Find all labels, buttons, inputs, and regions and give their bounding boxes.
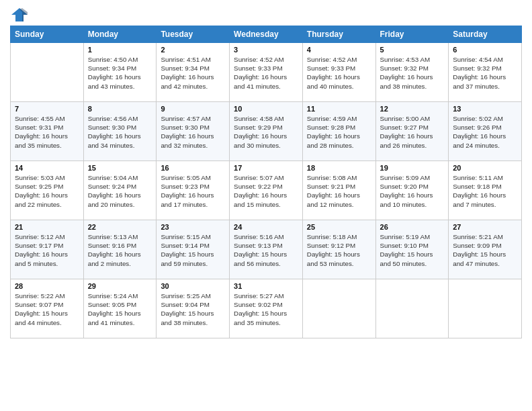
day-info: Sunrise: 5:11 AM Sunset: 9:18 PM Dayligh… bbox=[453, 173, 517, 209]
calendar-cell: 16Sunrise: 5:05 AM Sunset: 9:23 PM Dayli… bbox=[157, 161, 230, 220]
day-number: 8 bbox=[88, 105, 152, 113]
day-info: Sunrise: 5:15 AM Sunset: 9:14 PM Dayligh… bbox=[161, 232, 225, 268]
calendar-cell: 19Sunrise: 5:09 AM Sunset: 9:20 PM Dayli… bbox=[375, 161, 449, 220]
day-info: Sunrise: 5:00 AM Sunset: 9:27 PM Dayligh… bbox=[380, 114, 445, 150]
day-number: 10 bbox=[234, 105, 298, 113]
calendar-cell: 20Sunrise: 5:11 AM Sunset: 9:18 PM Dayli… bbox=[449, 161, 522, 220]
day-number: 11 bbox=[307, 105, 371, 113]
calendar-cell: 10Sunrise: 4:58 AM Sunset: 9:29 PM Dayli… bbox=[230, 102, 303, 161]
day-info: Sunrise: 5:02 AM Sunset: 9:26 PM Dayligh… bbox=[453, 114, 517, 150]
day-info: Sunrise: 4:52 AM Sunset: 9:33 PM Dayligh… bbox=[307, 55, 371, 91]
day-number: 22 bbox=[88, 223, 152, 231]
calendar-week-4: 21Sunrise: 5:12 AM Sunset: 9:17 PM Dayli… bbox=[11, 220, 522, 279]
day-number: 29 bbox=[88, 282, 152, 290]
calendar-cell: 17Sunrise: 5:07 AM Sunset: 9:22 PM Dayli… bbox=[230, 161, 303, 220]
calendar-cell bbox=[449, 279, 522, 338]
day-info: Sunrise: 4:54 AM Sunset: 9:32 PM Dayligh… bbox=[453, 55, 517, 91]
column-header-friday: Friday bbox=[375, 26, 449, 43]
day-info: Sunrise: 4:50 AM Sunset: 9:34 PM Dayligh… bbox=[88, 55, 152, 91]
day-number: 2 bbox=[161, 46, 225, 54]
calendar-cell: 22Sunrise: 5:13 AM Sunset: 9:16 PM Dayli… bbox=[83, 220, 157, 279]
calendar-cell: 8Sunrise: 4:56 AM Sunset: 9:30 PM Daylig… bbox=[83, 102, 157, 161]
day-info: Sunrise: 5:21 AM Sunset: 9:09 PM Dayligh… bbox=[453, 232, 517, 268]
day-info: Sunrise: 4:59 AM Sunset: 9:28 PM Dayligh… bbox=[307, 114, 371, 150]
column-header-saturday: Saturday bbox=[449, 26, 522, 43]
day-number: 25 bbox=[307, 223, 371, 231]
calendar-header-row: SundayMondayTuesdayWednesdayThursdayFrid… bbox=[11, 26, 522, 43]
column-header-sunday: Sunday bbox=[11, 26, 84, 43]
day-number: 20 bbox=[453, 164, 517, 172]
page-container: SundayMondayTuesdayWednesdayThursdayFrid… bbox=[0, 0, 532, 345]
day-number: 13 bbox=[453, 105, 517, 113]
day-info: Sunrise: 5:18 AM Sunset: 9:12 PM Dayligh… bbox=[307, 232, 371, 268]
day-number: 17 bbox=[234, 164, 298, 172]
day-info: Sunrise: 5:08 AM Sunset: 9:21 PM Dayligh… bbox=[307, 173, 371, 209]
day-info: Sunrise: 5:12 AM Sunset: 9:17 PM Dayligh… bbox=[15, 232, 79, 268]
day-info: Sunrise: 5:13 AM Sunset: 9:16 PM Dayligh… bbox=[88, 232, 152, 268]
day-number: 18 bbox=[307, 164, 371, 172]
day-number: 30 bbox=[161, 282, 225, 290]
calendar-cell: 21Sunrise: 5:12 AM Sunset: 9:17 PM Dayli… bbox=[11, 220, 84, 279]
day-info: Sunrise: 4:56 AM Sunset: 9:30 PM Dayligh… bbox=[88, 114, 152, 150]
day-number: 24 bbox=[234, 223, 298, 231]
column-header-thursday: Thursday bbox=[302, 26, 375, 43]
calendar-week-1: 1Sunrise: 4:50 AM Sunset: 9:34 PM Daylig… bbox=[11, 43, 522, 102]
day-info: Sunrise: 4:58 AM Sunset: 9:29 PM Dayligh… bbox=[234, 114, 298, 150]
day-info: Sunrise: 5:25 AM Sunset: 9:04 PM Dayligh… bbox=[161, 291, 225, 327]
calendar-cell bbox=[302, 279, 375, 338]
day-number: 27 bbox=[453, 223, 517, 231]
calendar-cell: 2Sunrise: 4:51 AM Sunset: 9:34 PM Daylig… bbox=[157, 43, 230, 102]
day-number: 31 bbox=[234, 282, 298, 290]
day-info: Sunrise: 4:52 AM Sunset: 9:33 PM Dayligh… bbox=[234, 55, 298, 91]
day-number: 23 bbox=[161, 223, 225, 231]
calendar-cell: 30Sunrise: 5:25 AM Sunset: 9:04 PM Dayli… bbox=[157, 279, 230, 338]
calendar-cell: 5Sunrise: 4:53 AM Sunset: 9:32 PM Daylig… bbox=[375, 43, 449, 102]
calendar-cell: 13Sunrise: 5:02 AM Sunset: 9:26 PM Dayli… bbox=[449, 102, 522, 161]
calendar: SundayMondayTuesdayWednesdayThursdayFrid… bbox=[10, 26, 522, 338]
day-info: Sunrise: 5:19 AM Sunset: 9:10 PM Dayligh… bbox=[380, 232, 445, 268]
day-info: Sunrise: 5:22 AM Sunset: 9:07 PM Dayligh… bbox=[15, 291, 79, 327]
calendar-cell: 27Sunrise: 5:21 AM Sunset: 9:09 PM Dayli… bbox=[449, 220, 522, 279]
calendar-cell bbox=[375, 279, 449, 338]
column-header-wednesday: Wednesday bbox=[230, 26, 303, 43]
calendar-cell bbox=[11, 43, 84, 102]
calendar-cell: 26Sunrise: 5:19 AM Sunset: 9:10 PM Dayli… bbox=[375, 220, 449, 279]
calendar-week-2: 7Sunrise: 4:55 AM Sunset: 9:31 PM Daylig… bbox=[11, 102, 522, 161]
day-number: 9 bbox=[161, 105, 225, 113]
day-number: 1 bbox=[88, 46, 152, 54]
calendar-cell: 14Sunrise: 5:03 AM Sunset: 9:25 PM Dayli… bbox=[11, 161, 84, 220]
calendar-cell: 25Sunrise: 5:18 AM Sunset: 9:12 PM Dayli… bbox=[302, 220, 375, 279]
column-header-monday: Monday bbox=[83, 26, 157, 43]
calendar-cell: 28Sunrise: 5:22 AM Sunset: 9:07 PM Dayli… bbox=[11, 279, 84, 338]
day-info: Sunrise: 5:09 AM Sunset: 9:20 PM Dayligh… bbox=[380, 173, 445, 209]
calendar-week-3: 14Sunrise: 5:03 AM Sunset: 9:25 PM Dayli… bbox=[11, 161, 522, 220]
header bbox=[10, 7, 522, 23]
day-number: 21 bbox=[15, 223, 79, 231]
day-info: Sunrise: 5:04 AM Sunset: 9:24 PM Dayligh… bbox=[88, 173, 152, 209]
column-header-tuesday: Tuesday bbox=[157, 26, 230, 43]
day-info: Sunrise: 5:03 AM Sunset: 9:25 PM Dayligh… bbox=[15, 173, 79, 209]
calendar-cell: 29Sunrise: 5:24 AM Sunset: 9:05 PM Dayli… bbox=[83, 279, 157, 338]
day-number: 4 bbox=[307, 46, 371, 54]
day-info: Sunrise: 5:07 AM Sunset: 9:22 PM Dayligh… bbox=[234, 173, 298, 209]
day-number: 7 bbox=[15, 105, 79, 113]
calendar-cell: 18Sunrise: 5:08 AM Sunset: 9:21 PM Dayli… bbox=[302, 161, 375, 220]
calendar-cell: 3Sunrise: 4:52 AM Sunset: 9:33 PM Daylig… bbox=[230, 43, 303, 102]
day-number: 5 bbox=[380, 46, 445, 54]
day-number: 6 bbox=[453, 46, 517, 54]
calendar-cell: 1Sunrise: 4:50 AM Sunset: 9:34 PM Daylig… bbox=[83, 43, 157, 102]
calendar-cell: 7Sunrise: 4:55 AM Sunset: 9:31 PM Daylig… bbox=[11, 102, 84, 161]
day-info: Sunrise: 4:53 AM Sunset: 9:32 PM Dayligh… bbox=[380, 55, 445, 91]
calendar-cell: 23Sunrise: 5:15 AM Sunset: 9:14 PM Dayli… bbox=[157, 220, 230, 279]
day-number: 14 bbox=[15, 164, 79, 172]
calendar-cell: 9Sunrise: 4:57 AM Sunset: 9:30 PM Daylig… bbox=[157, 102, 230, 161]
day-number: 15 bbox=[88, 164, 152, 172]
day-number: 16 bbox=[161, 164, 225, 172]
calendar-cell: 31Sunrise: 5:27 AM Sunset: 9:02 PM Dayli… bbox=[230, 279, 303, 338]
logo-icon bbox=[10, 7, 29, 23]
day-number: 28 bbox=[15, 282, 79, 290]
calendar-cell: 6Sunrise: 4:54 AM Sunset: 9:32 PM Daylig… bbox=[449, 43, 522, 102]
day-number: 19 bbox=[380, 164, 445, 172]
day-number: 26 bbox=[380, 223, 445, 231]
calendar-cell: 4Sunrise: 4:52 AM Sunset: 9:33 PM Daylig… bbox=[302, 43, 375, 102]
